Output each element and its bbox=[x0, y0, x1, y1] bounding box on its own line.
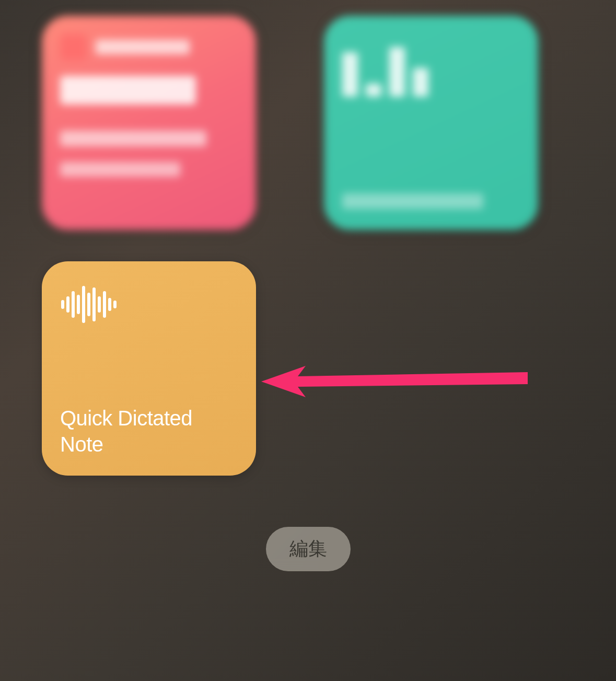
widget-quick-dictated-note[interactable]: Quick Dictated Note bbox=[42, 261, 256, 476]
widget-blurred-pink[interactable] bbox=[42, 16, 256, 230]
widget-grid: Quick Dictated Note bbox=[0, 0, 616, 491]
waveform-icon bbox=[60, 285, 238, 326]
annotation-arrow-icon bbox=[261, 366, 533, 397]
widget-blurred-teal[interactable] bbox=[324, 16, 538, 230]
edit-button[interactable]: 編集 bbox=[266, 527, 351, 571]
widget-title: Quick Dictated Note bbox=[60, 405, 238, 457]
svg-marker-11 bbox=[261, 366, 528, 397]
